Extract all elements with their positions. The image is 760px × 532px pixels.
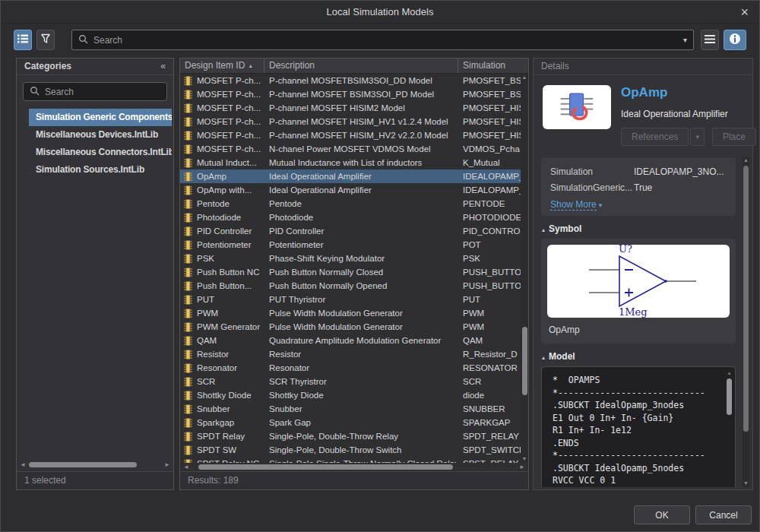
table-row[interactable]: PentodePentodePENTODE — [180, 197, 521, 211]
table-row[interactable]: SPDT RelaySingle-Pole, Double-Throw Rela… — [180, 429, 521, 443]
table-row[interactable]: SCRSCR ThyristrorSCR — [180, 375, 521, 388]
table-row[interactable]: PhotodiodePhotodiodePHOTODIODE — [180, 211, 521, 224]
table-row[interactable]: Shottky DiodeShottky Diodediode — [180, 388, 521, 402]
scroll-right-icon[interactable]: ► — [518, 463, 527, 471]
table-row[interactable]: PWMPulse Width Modulation GeneratorPWM — [180, 306, 521, 320]
hamburger-icon — [705, 34, 715, 46]
filter-button[interactable] — [36, 30, 55, 50]
component-icon — [184, 363, 192, 373]
component-icon — [184, 309, 192, 318]
categories-hscrollbar[interactable]: ◄ ► — [18, 461, 172, 469]
details-summary: OpAmp Ideal Operational Amplifier Refere… — [534, 75, 752, 154]
table-row[interactable]: PotentiometerPotentiometerPOT — [180, 238, 521, 252]
cancel-button[interactable]: Cancel — [695, 505, 752, 524]
filter-funnel-icon — [40, 33, 51, 46]
scrollbar-thumb[interactable] — [727, 378, 732, 415]
close-icon[interactable]: × — [740, 3, 749, 21]
component-icon — [184, 350, 192, 359]
table-row[interactable]: OpAmp with...Ideal Operational Amplifier… — [180, 183, 521, 197]
scroll-left-icon[interactable]: ◄ — [182, 463, 191, 471]
scroll-down-icon[interactable]: ▼ — [743, 480, 749, 487]
show-more-caret-icon: ▾ — [599, 201, 603, 209]
table-row[interactable]: Push Button...Push Button Normally Opene… — [180, 279, 521, 293]
show-more-link[interactable]: Show More — [550, 199, 597, 211]
table-vscrollbar[interactable]: ▲ ▼ — [521, 74, 528, 463]
scroll-right-icon[interactable]: ► — [163, 461, 172, 469]
table-row[interactable]: Mutual Induct...Mutual Inductance with L… — [180, 156, 521, 169]
categories-header: Categories « — [17, 59, 173, 75]
component-icon — [184, 445, 192, 455]
model-vscrollbar[interactable]: ▲ ▼ — [726, 369, 733, 487]
component-icon — [184, 213, 192, 223]
table-row[interactable]: PSKPhase-Shift Keying ModulatorPSK — [180, 252, 521, 265]
table-row[interactable]: SPDT SWSingle-Pole, Double-Throw SwitchS… — [180, 443, 521, 457]
scroll-down-icon[interactable]: ▼ — [521, 455, 528, 463]
model-section-header[interactable]: ▴Model — [542, 351, 736, 362]
symbol-card: U? 1Meg OpAmp — [541, 239, 736, 344]
info-button[interactable] — [724, 30, 746, 50]
toolbar: ▾ — [14, 30, 746, 50]
table-row[interactable]: PWM GeneratorPulse Width Modulation Gene… — [180, 320, 521, 334]
table-row[interactable]: SnubberSnubberSNUBBER — [180, 402, 521, 416]
search-input[interactable] — [93, 35, 678, 46]
table-row[interactable]: MOSFET P-ch...P-channel MOSFET HISIM_HV1… — [180, 115, 521, 128]
category-item[interactable]: Simulation Generic Components — [29, 109, 172, 126]
scroll-left-icon[interactable]: ◄ — [18, 461, 27, 469]
place-button[interactable]: Place — [712, 128, 756, 146]
list-view-button[interactable] — [14, 30, 32, 50]
categories-search-input[interactable] — [45, 87, 163, 97]
references-button[interactable]: References — [621, 128, 689, 146]
table-row[interactable]: Push Button NCPush Button Normally Close… — [180, 265, 521, 279]
column-header-description[interactable]: Description — [264, 59, 458, 73]
scrollbar-thumb[interactable] — [743, 166, 749, 432]
simulation-model-icon — [553, 90, 601, 125]
table-row[interactable]: MOSFET P-ch...P-channel MOSFET HISIM_HV2… — [180, 128, 521, 142]
table-row[interactable]: SparkgapSpark GapSPARKGAP — [180, 416, 521, 429]
table-row[interactable]: QAMQuadrature Amplitude Modulation Gener… — [180, 334, 521, 347]
table-row[interactable]: PID ControllerPID ControllerPID_CONTRO — [180, 224, 521, 238]
svg-text:U?: U? — [619, 245, 632, 255]
references-dropdown-icon[interactable]: ▾ — [690, 128, 705, 146]
menu-button[interactable] — [701, 30, 719, 50]
scroll-up-icon[interactable]: ▲ — [521, 74, 528, 81]
ok-button[interactable]: OK — [634, 505, 690, 524]
search-dropdown-icon[interactable]: ▾ — [683, 36, 687, 44]
category-item[interactable]: Miscellaneous Devices.IntLib — [29, 126, 172, 144]
table-row[interactable]: ResonatorResonatorRESONATOR — [180, 361, 521, 375]
scroll-up-icon[interactable]: ▲ — [743, 157, 749, 164]
collapse-panel-icon[interactable]: « — [160, 59, 166, 74]
column-header-simulation[interactable]: Simulation — [458, 59, 528, 73]
scroll-up-icon[interactable]: ▲ — [726, 369, 733, 376]
table-row[interactable]: MOSFET P-ch...P-channel MOSFETBSIM3SOI_D… — [180, 74, 521, 87]
table-row[interactable]: MOSFET P-ch...P-channel MOSFET HISIM2 Mo… — [180, 101, 521, 115]
table-row[interactable]: MOSFET P-ch...N-chanel Power MOSFET VDMO… — [180, 142, 521, 156]
symbol-section-header[interactable]: ▴Symbol — [542, 223, 736, 234]
component-icon — [184, 281, 192, 291]
scrollbar-thumb[interactable] — [198, 464, 453, 470]
scrollbar-thumb[interactable] — [522, 327, 527, 395]
properties-box: SimulationIDEALOPAMP_3NO...SimulationGen… — [541, 157, 736, 216]
component-icon — [184, 185, 192, 195]
component-icon — [184, 336, 192, 346]
component-icon — [184, 131, 192, 141]
table-hscrollbar[interactable]: ◄ ► — [182, 463, 527, 471]
column-header-design-item-id[interactable]: Design Item ID▲ — [180, 59, 264, 73]
categories-search-box — [23, 82, 167, 101]
categories-list: Simulation Generic ComponentsMiscellaneo… — [17, 109, 173, 179]
table-row[interactable]: SPST Relay NCSingle-Pole Single-Throw No… — [180, 457, 521, 463]
table-row[interactable]: OpAmpIdeal Operational AmplifierIDEALOPA… — [180, 169, 521, 183]
details-scroll-area: SimulationIDEALOPAMP_3NO...SimulationGen… — [541, 157, 736, 487]
category-item[interactable]: Miscellaneous Connectors.IntLib — [29, 144, 172, 161]
table-row[interactable]: ResistorResistorR_Resistor_D — [180, 347, 521, 361]
component-thumbnail — [543, 85, 611, 129]
categories-status: 1 selected — [17, 471, 173, 489]
category-item[interactable]: Simulation Sources.IntLib — [29, 161, 172, 179]
search-icon — [30, 85, 40, 99]
scrollbar-thumb[interactable] — [29, 462, 137, 467]
symbol-preview: U? 1Meg — [547, 245, 730, 318]
component-icon — [184, 226, 192, 236]
table-row[interactable]: MOSFET P-ch...P-channel MOSFET BSIM3SOI_… — [180, 87, 521, 101]
local-simulation-models-dialog: Local Simulation Models × ▾ — [0, 0, 760, 532]
table-row[interactable]: PUTPUT ThyristrorPUT — [180, 293, 521, 306]
details-vscrollbar[interactable]: ▲ ▼ — [743, 157, 749, 487]
